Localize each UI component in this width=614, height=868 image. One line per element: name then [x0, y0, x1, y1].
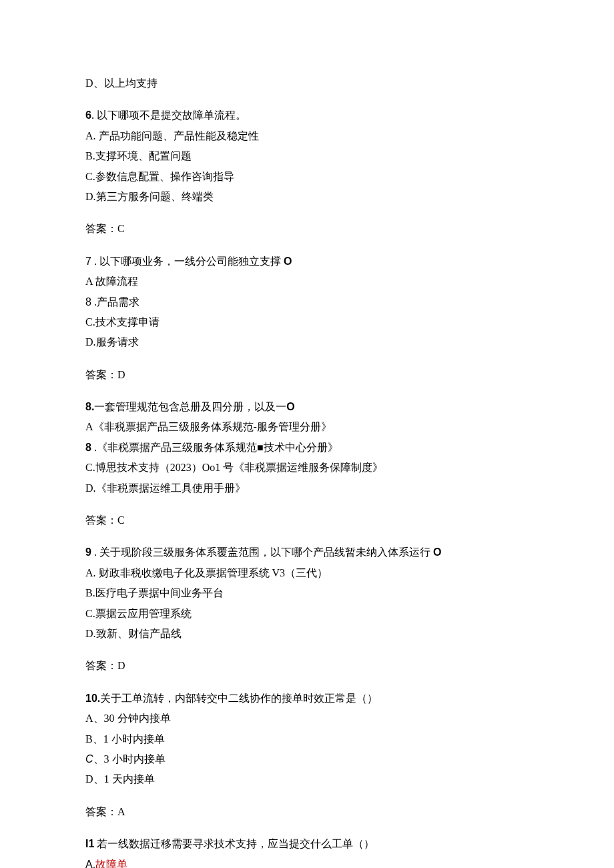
option-d: D.《非税票据运维工具使用手册》 [85, 478, 529, 498]
question-7: 7 . 以下哪项业务，一线分公司能独立支撑 O A 故障流程 8 .产品需求 C… [85, 252, 529, 353]
option-a: A、30 分钟内接单 [85, 709, 529, 729]
question-number: I1 [85, 838, 94, 849]
option-d: D.服务请求 [85, 332, 529, 352]
option-b-number: 8 [85, 296, 91, 308]
option-a-text: 故障单 [95, 859, 127, 869]
question-text: 关于工单流转，内部转交中二线协作的接单时效正常是（） [100, 693, 378, 704]
option-b-text: .产品需求 [91, 296, 139, 308]
question-9: 9 . 关于现阶段三级服务体系覆盖范围，以下哪个产品线暂未纳入体系运行 O A.… [85, 542, 529, 644]
option-a: A《非税票据产品三级服务体系规范-服务管理分册》 [85, 417, 529, 437]
option-c-prefix: C [85, 753, 93, 765]
question-number: 10. [85, 693, 100, 704]
answer-6: 答案：C [85, 219, 529, 239]
question-stem: 6. 以下哪项不是提交故障单流程。 [85, 105, 529, 125]
option-b-number: 8 [85, 442, 91, 453]
question-text: . 以下哪项不是提交故障单流程。 [91, 109, 246, 121]
option-d: D.第三方服务问题、终端类 [85, 187, 529, 207]
question-text: 若一线数据迁移需要寻求技术支持，应当提交什么工单（） [94, 838, 374, 849]
option-c: C.博思技术支持（2023）Oo1 号《非税票据运维服务保障制度》 [85, 458, 529, 478]
question-5-tail: D、以上均支持 [85, 73, 529, 93]
option-a: A.故障单 [85, 855, 529, 869]
option-a-prefix: A. [85, 859, 95, 869]
option-a: A 故障流程 [85, 272, 529, 292]
answer-10: 答案：A [85, 802, 529, 822]
question-stem: 7 . 以下哪项业务，一线分公司能独立支撑 O [85, 252, 529, 272]
question-text: 一套管理规范包含总册及四分册，以及一 [94, 401, 286, 412]
question-stem: I1 若一线数据迁移需要寻求技术支持，应当提交什么工单（） [85, 834, 529, 854]
option-d: D、以上均支持 [85, 73, 529, 93]
answer-9: 答案：D [85, 656, 529, 676]
question-11: I1 若一线数据迁移需要寻求技术支持，应当提交什么工单（） A.故障单 [85, 834, 529, 868]
option-c: C.技术支撑申请 [85, 312, 529, 332]
answer-7: 答案：D [85, 365, 529, 385]
question-number: 7 [85, 256, 91, 267]
answer-8: 答案：C [85, 510, 529, 530]
option-b: B.医疗电子票据中间业务平台 [85, 583, 529, 603]
question-suffix: O [286, 401, 294, 412]
option-c: C、3 小时内接单 [85, 749, 529, 769]
question-6: 6. 以下哪项不是提交故障单流程。 A. 产品功能问题、产品性能及稳定性 B.支… [85, 105, 529, 207]
question-suffix: O [284, 256, 292, 267]
option-b: B.支撑环境、配置问题 [85, 146, 529, 166]
option-d: D、1 天内接单 [85, 769, 529, 789]
option-b: B、1 小时内接单 [85, 729, 529, 749]
option-d: D.致新、财信产品线 [85, 624, 529, 644]
question-text: . 关于现阶段三级服务体系覆盖范围，以下哪个产品线暂未纳入体系运行 [91, 546, 433, 558]
option-b-text: .《非税票据产品三级服务体系规范■技术中心分册》 [91, 442, 338, 453]
question-stem: 9 . 关于现阶段三级服务体系覆盖范围，以下哪个产品线暂未纳入体系运行 O [85, 542, 529, 562]
question-10: 10.关于工单流转，内部转交中二线协作的接单时效正常是（） A、30 分钟内接单… [85, 689, 529, 790]
option-c: C.参数信息配置、操作咨询指导 [85, 167, 529, 187]
question-8: 8.一套管理规范包含总册及四分册，以及一O A《非税票据产品三级服务体系规范-服… [85, 397, 529, 498]
question-suffix: O [433, 546, 441, 558]
question-stem: 8.一套管理规范包含总册及四分册，以及一O [85, 397, 529, 417]
question-stem: 10.关于工单流转，内部转交中二线协作的接单时效正常是（） [85, 689, 529, 709]
option-b: 8 .《非税票据产品三级服务体系规范■技术中心分册》 [85, 438, 529, 458]
option-a: A. 财政非税收缴电子化及票据管理系统 V3（三代） [85, 563, 529, 583]
option-b: 8 .产品需求 [85, 292, 529, 312]
question-number: 9 [85, 546, 91, 558]
question-number: 6 [85, 109, 91, 121]
question-text: . 以下哪项业务，一线分公司能独立支撑 [91, 256, 284, 267]
question-number: 8. [85, 401, 94, 412]
option-c: C.票据云应用管理系统 [85, 604, 529, 624]
option-c-text: 、3 小时内接单 [93, 753, 166, 765]
option-a: A. 产品功能问题、产品性能及稳定性 [85, 126, 529, 146]
